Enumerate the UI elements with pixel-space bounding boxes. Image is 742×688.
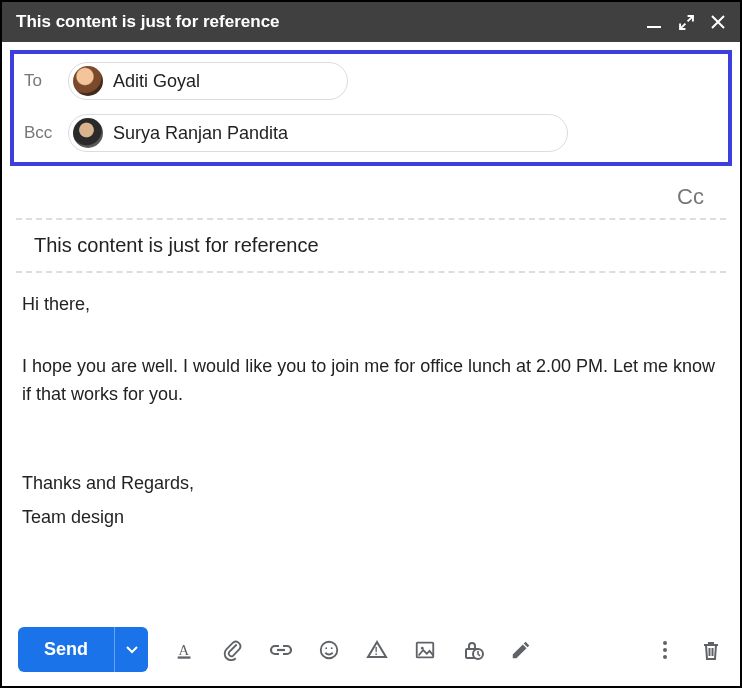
formatting-options-icon[interactable]: A: [172, 637, 198, 663]
svg-point-3: [321, 641, 338, 658]
to-recipient-chip[interactable]: Aditi Goyal: [68, 62, 348, 100]
svg-text:A: A: [179, 641, 190, 657]
bcc-recipient-chip[interactable]: Surya Ranjan Pandita: [68, 114, 568, 152]
svg-point-11: [663, 641, 667, 645]
compose-title: This content is just for reference: [16, 12, 646, 32]
insert-link-icon[interactable]: [268, 637, 294, 663]
compose-header: This content is just for reference: [2, 2, 740, 42]
header-controls: [646, 14, 726, 30]
more-options-icon[interactable]: [652, 637, 678, 663]
toolbar-right-icons: [652, 637, 724, 663]
insert-emoji-icon[interactable]: [316, 637, 342, 663]
cc-toggle[interactable]: Cc: [16, 166, 726, 220]
subject-field[interactable]: This content is just for reference: [16, 220, 726, 273]
message-body[interactable]: Hi there, I hope you are well. I would l…: [2, 273, 740, 617]
insert-photo-icon[interactable]: [412, 637, 438, 663]
attach-file-icon[interactable]: [220, 637, 246, 663]
bcc-row[interactable]: Bcc Surya Ranjan Pandita: [24, 114, 718, 152]
confidential-mode-icon[interactable]: [460, 637, 486, 663]
to-label: To: [24, 71, 58, 91]
body-signoff-line2: Team design: [22, 504, 720, 532]
send-button[interactable]: Send: [18, 627, 114, 672]
recipients-highlight-box: To Aditi Goyal Bcc Surya Ranjan Pandita: [10, 50, 732, 166]
discard-draft-icon[interactable]: [698, 637, 724, 663]
minimize-icon[interactable]: [646, 14, 662, 30]
avatar-icon: [73, 66, 103, 96]
svg-point-4: [325, 647, 327, 649]
compose-toolbar: Send A !: [2, 617, 740, 686]
svg-point-5: [331, 647, 333, 649]
insert-drive-icon[interactable]: !: [364, 637, 390, 663]
svg-rect-2: [178, 656, 191, 658]
formatting-icons: A !: [172, 637, 648, 663]
avatar-icon: [73, 118, 103, 148]
close-icon[interactable]: [710, 14, 726, 30]
body-paragraph: I hope you are well. I would like you to…: [22, 353, 720, 409]
insert-signature-icon[interactable]: [508, 637, 534, 663]
svg-rect-0: [647, 26, 661, 28]
svg-point-12: [663, 648, 667, 652]
send-options-button[interactable]: [114, 627, 148, 672]
cc-label[interactable]: Cc: [677, 184, 704, 210]
svg-text:!: !: [375, 646, 378, 657]
body-greeting: Hi there,: [22, 291, 720, 319]
body-signoff-line1: Thanks and Regards,: [22, 470, 720, 498]
to-row[interactable]: To Aditi Goyal: [24, 62, 718, 100]
svg-point-13: [663, 655, 667, 659]
expand-icon[interactable]: [678, 14, 694, 30]
to-recipient-name: Aditi Goyal: [113, 71, 200, 92]
bcc-recipient-name: Surya Ranjan Pandita: [113, 123, 288, 144]
send-button-group: Send: [18, 627, 148, 672]
bcc-label: Bcc: [24, 123, 58, 143]
